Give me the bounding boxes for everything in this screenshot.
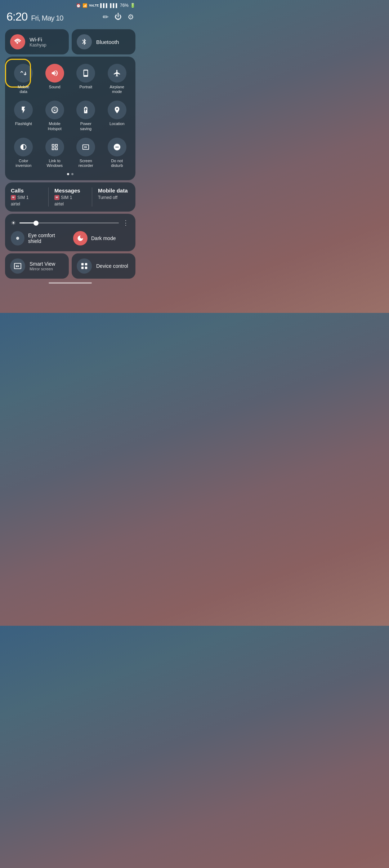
tile-dnd[interactable]: Do notdisturb: [102, 136, 132, 170]
dnd-icon: [108, 138, 126, 156]
device-control-label: Device control: [96, 263, 128, 269]
brightness-card: ☀ ⋮ Eye comfort shield Dark mode: [5, 214, 135, 251]
bluetooth-info: Bluetooth: [96, 39, 119, 45]
more-options-icon[interactable]: ⋮: [122, 219, 130, 227]
color-inversion-label: Colorinversion: [15, 159, 31, 168]
brightness-sun-icon: ☀: [11, 220, 16, 226]
brightness-fill: [19, 222, 34, 223]
brightness-handle[interactable]: [33, 221, 39, 226]
hotspot-label: MobileHotspot: [48, 121, 62, 131]
bluetooth-label: Bluetooth: [96, 39, 119, 45]
airplane-label: Airplanemode: [110, 85, 124, 94]
tile-portrait[interactable]: Portrait: [71, 62, 101, 96]
tile-flashlight[interactable]: Flashlight: [9, 98, 39, 133]
flashlight-icon: [14, 101, 33, 119]
signal2-icon: ▌▌▌: [110, 3, 119, 8]
connectivity-row: Wi-Fi Kashyap Bluetooth: [5, 29, 135, 54]
svg-point-0: [16, 237, 19, 240]
tile-mobile-data[interactable]: Mobiledata: [9, 62, 39, 96]
svg-rect-4: [85, 267, 87, 269]
status-icons: ⏰ 📶 VoLTE ▌▌▌ ▌▌▌ 76% 🔋: [76, 3, 135, 8]
smart-view-icon: [10, 258, 25, 274]
wifi-tile[interactable]: Wi-Fi Kashyap: [5, 29, 69, 54]
link-windows-icon: [45, 138, 64, 156]
header: 6:20 Fri, May 10 ✏ ⏻ ⚙: [0, 9, 140, 27]
eye-comfort-label: Eye comfort shield: [28, 232, 67, 244]
messages-col: Messages ❤ SIM 1 airtel: [49, 187, 92, 207]
device-control-tile[interactable]: Device control: [72, 253, 135, 279]
mobile-data-title: Mobile data: [98, 187, 130, 194]
portrait-label: Portrait: [80, 85, 92, 89]
sim2-heart-icon: ❤: [54, 195, 59, 200]
volte-icon: VoLTE: [89, 4, 99, 7]
mobile-data-col: Mobile data Turned off: [92, 187, 135, 207]
dot-1: [67, 173, 69, 175]
header-actions: ✏ ⏻ ⚙: [103, 13, 134, 21]
dark-mode-item[interactable]: Dark mode: [73, 231, 130, 245]
time-display: 6:20: [6, 10, 27, 23]
wifi-label: Wi-Fi: [30, 36, 46, 43]
tile-location[interactable]: Location: [102, 98, 132, 133]
messages-carrier: airtel: [54, 201, 86, 207]
home-indicator: [49, 282, 92, 284]
tile-power-saving[interactable]: Powersaving: [71, 98, 101, 133]
mobile-data-icon: [14, 64, 33, 83]
tile-link-windows[interactable]: Link toWindows: [40, 136, 70, 170]
tiles-grid: Mobiledata Sound Portrait: [9, 62, 132, 170]
battery-text: 76%: [120, 3, 129, 8]
calls-carrier: airtel: [11, 201, 43, 207]
date-display: Fri, May 10: [31, 14, 63, 22]
smart-view-info: Smart View Mirror screen: [30, 261, 55, 271]
sound-label: Sound: [49, 85, 61, 89]
brightness-row: ☀ ⋮: [11, 219, 130, 227]
status-bar: ⏰ 📶 VoLTE ▌▌▌ ▌▌▌ 76% 🔋: [0, 0, 140, 9]
power-icon[interactable]: ⏻: [115, 13, 122, 21]
mobile-data-label: Mobiledata: [18, 85, 29, 94]
bluetooth-tile[interactable]: Bluetooth: [72, 29, 135, 54]
location-icon: [108, 101, 126, 119]
dnd-label: Do notdisturb: [111, 159, 123, 168]
eye-comfort-item[interactable]: Eye comfort shield: [11, 231, 67, 245]
flashlight-label: Flashlight: [15, 121, 32, 126]
tile-color-inversion[interactable]: Colorinversion: [9, 136, 39, 170]
eye-comfort-icon: [11, 231, 24, 245]
alarm-icon: ⏰: [76, 3, 81, 8]
battery-icon: 🔋: [130, 3, 135, 8]
messages-sim: ❤ SIM 1: [54, 195, 86, 200]
portrait-icon: [76, 64, 95, 83]
hotspot-icon: [45, 101, 64, 119]
svg-rect-3: [81, 267, 84, 269]
screen-recorder-icon: [76, 138, 95, 156]
wifi-status-icon: 📶: [82, 3, 88, 8]
dark-mode-icon: [73, 231, 88, 245]
location-label: Location: [109, 121, 125, 126]
smart-view-label: Smart View: [30, 261, 55, 267]
mobile-data-status: Turned off: [98, 195, 130, 200]
calls-col: Calls ❤ SIM 1 airtel: [5, 187, 48, 207]
wifi-icon: [10, 34, 25, 49]
edit-icon[interactable]: ✏: [103, 13, 109, 21]
device-control-info: Device control: [96, 263, 128, 269]
power-saving-icon: [76, 101, 95, 119]
smart-view-sub: Mirror screen: [30, 267, 55, 271]
tile-screen-recorder[interactable]: Screenrecorder: [71, 136, 101, 170]
brightness-slider[interactable]: [19, 222, 119, 223]
svg-rect-1: [81, 263, 84, 265]
tile-sound[interactable]: Sound: [40, 62, 70, 96]
bluetooth-icon: [77, 34, 92, 49]
tile-airplane[interactable]: Airplanemode: [102, 62, 132, 96]
calls-sim: ❤ SIM 1: [11, 195, 43, 200]
sim1-heart-icon: ❤: [11, 195, 16, 200]
tile-hotspot[interactable]: MobileHotspot: [40, 98, 70, 133]
page-dots: [9, 173, 132, 177]
airplane-icon: [108, 64, 126, 83]
calls-title: Calls: [11, 187, 43, 194]
device-control-icon: [77, 258, 92, 274]
wifi-network: Kashyap: [30, 43, 46, 48]
signal1-icon: ▌▌▌: [100, 3, 108, 8]
bottom-tiles-row: Smart View Mirror screen Device control: [5, 253, 135, 279]
smart-view-tile[interactable]: Smart View Mirror screen: [5, 253, 69, 279]
comfort-options-row: Eye comfort shield Dark mode: [11, 231, 130, 245]
screen-recorder-label: Screenrecorder: [79, 159, 93, 168]
settings-icon[interactable]: ⚙: [128, 13, 134, 21]
